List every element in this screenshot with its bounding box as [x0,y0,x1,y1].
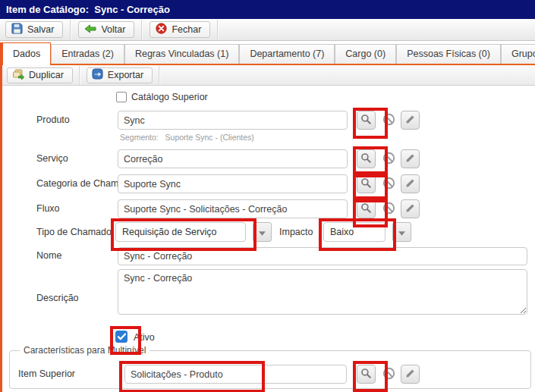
toolbar-separator [141,20,143,40]
item-superior-clear-button[interactable] [379,365,398,384]
tipo-chamado-select[interactable]: Requisição de Serviço [115,222,246,242]
nome-label: Nome [36,250,61,261]
close-label: Fechar [172,24,201,35]
pencil-icon [405,178,415,190]
categoria-chamado-lookup-button[interactable] [357,174,376,193]
magnifier-icon [360,202,372,216]
checkmark-icon [118,330,126,343]
chevron-down-icon [259,227,266,238]
descricao-textarea[interactable]: Sync - Correção [118,269,527,315]
impacto-select[interactable]: Baixo [323,222,386,242]
produto-clear-button[interactable] [379,111,398,130]
export-icon [92,68,103,82]
produto-input[interactable] [118,111,348,130]
no-symbol-icon [382,177,395,192]
magnifier-icon [360,152,372,166]
tab-dados[interactable]: Dados [2,42,51,65]
fluxo-edit-button[interactable] [401,199,420,218]
servico-input[interactable] [118,149,348,168]
save-icon [11,23,23,36]
chevron-down-icon [398,227,405,238]
item-superior-label: Item Superior [18,368,75,379]
magnifier-icon [360,114,372,127]
impacto-dropdown-button[interactable] [392,222,411,242]
back-label: Voltar [101,24,125,35]
catalog-item-window: Item de Catálogo: Sync - Correção Salvar… [0,0,535,392]
tab-bar: Dados Entradas (2) Regras Vinculadas (1)… [2,42,535,65]
produto-edit-button[interactable] [401,111,420,130]
close-button[interactable]: Fechar [149,21,210,38]
toolbar-separator [70,20,71,40]
duplicate-button[interactable]: Duplicar [7,67,73,83]
item-superior-lookup-button[interactable] [357,365,376,384]
export-button[interactable]: Exportar [87,67,153,83]
tab-grupos[interactable]: Grupos (0) [501,44,535,64]
magnifier-icon [360,368,372,381]
window-title: Item de Catálogo: Sync - Correção [0,0,535,19]
servico-label: Serviço [36,153,68,164]
back-arrow-icon [84,24,96,36]
main-toolbar: Salvar Voltar Fechar [0,19,535,41]
back-button[interactable]: Voltar [78,21,134,38]
catalogo-superior-checkbox[interactable] [116,92,127,102]
no-symbol-icon [382,367,395,382]
tipo-chamado-dropdown-button[interactable] [253,222,272,242]
tab-cargo[interactable]: Cargo (0) [335,44,396,64]
produto-label: Produto [36,114,70,125]
multinivel-legend: Características para Multinível [20,345,149,356]
ativo-label: Ativo [134,332,155,343]
servico-edit-button[interactable] [401,149,420,168]
ativo-checkbox[interactable] [115,331,127,343]
descricao-label: Descrição [36,293,79,303]
tipo-chamado-label: Tipo de Chamado [36,227,112,237]
toolbar-separator [159,66,160,85]
servico-clear-button[interactable] [379,149,398,168]
produto-lookup-button[interactable] [357,111,376,130]
pencil-icon [405,114,415,127]
no-symbol-icon [382,113,395,128]
tab-departamento[interactable]: Departamento (7) [239,44,335,64]
export-label: Exportar [108,70,143,80]
catalogo-superior-label: Catálogo Superior [131,92,208,102]
servico-lookup-button[interactable] [357,149,376,168]
tab-entradas[interactable]: Entradas (2) [51,44,124,64]
item-superior-edit-button[interactable] [401,365,420,384]
no-symbol-icon [382,152,395,167]
item-superior-input[interactable] [124,365,347,384]
categoria-chamado-edit-button[interactable] [401,174,420,193]
tab-pessoas-fisicas[interactable]: Pessoas Físicas (0) [396,44,501,64]
duplicate-label: Duplicar [29,70,64,80]
nome-input[interactable] [118,247,527,265]
close-icon [156,23,167,36]
pencil-icon [405,203,415,215]
fluxo-clear-button[interactable] [379,199,398,218]
pencil-icon [405,368,415,381]
fluxo-label: Fluxo [36,203,60,214]
fluxo-lookup-button[interactable] [357,199,376,218]
categoria-chamado-clear-button[interactable] [379,174,398,193]
panel-left-accent [0,42,2,392]
duplicate-icon [12,69,24,82]
save-label: Salvar [27,24,54,35]
save-button[interactable]: Salvar [5,21,63,38]
categoria-chamado-input[interactable] [118,174,348,193]
produto-segment-hint: Segmento: Suporte Sync - (Clientes) [120,133,254,142]
pencil-icon [405,153,415,165]
secondary-toolbar: Duplicar Exportar [2,65,535,86]
impacto-label: Impacto [279,227,313,237]
toolbar-separator [217,20,219,40]
no-symbol-icon [382,202,395,217]
fluxo-input[interactable] [118,199,348,218]
tab-regras-vinculadas[interactable]: Regras Vinculadas (1) [124,44,239,64]
magnifier-icon [360,177,372,191]
toolbar-separator [79,66,80,85]
